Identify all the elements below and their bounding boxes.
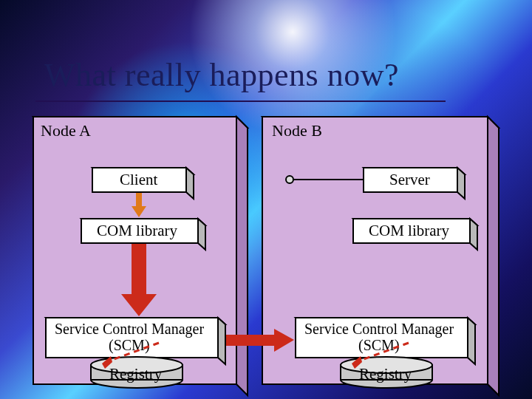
com-library-b-label: COM library	[369, 222, 450, 239]
svg-point-30	[286, 176, 293, 183]
registry-b-label: Registry	[359, 365, 412, 383]
node-a-label: Node A	[41, 121, 91, 140]
registry-a-label: Registry	[109, 365, 163, 383]
node-b-label: Node B	[272, 121, 322, 140]
scm-a-line1: Service Control Manager	[55, 321, 204, 338]
server-label: Server	[389, 171, 430, 188]
svg-marker-4	[488, 117, 499, 395]
svg-marker-35	[468, 318, 475, 364]
scm-b-line2: (SCM)	[358, 337, 400, 354]
svg-rect-23	[226, 335, 274, 346]
com-library-a-label: COM library	[97, 222, 178, 239]
scm-b-line1: Service Control Manager	[304, 321, 454, 338]
svg-marker-1	[236, 117, 248, 395]
scm-a-line2: (SCM)	[109, 337, 150, 354]
diagram-canvas: Node A Node B Client COM library Service…	[0, 0, 532, 399]
client-label: Client	[120, 171, 157, 188]
